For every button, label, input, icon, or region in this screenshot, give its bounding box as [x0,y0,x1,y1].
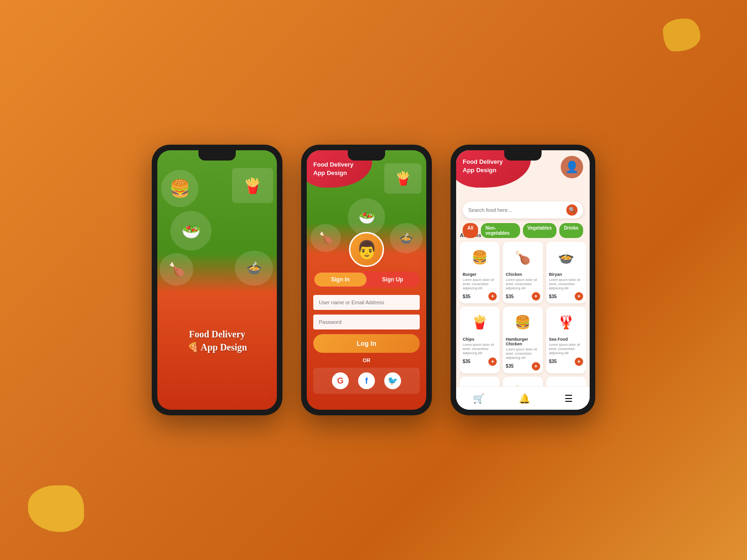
hamburger-price-row: $35 + [506,362,540,371]
signup-button[interactable]: Sign Up [366,273,419,287]
notch-menu [504,150,542,161]
login-biryani: 🍲 [390,223,423,253]
chips-price-row: $35 + [463,357,497,366]
chips-price: $35 [463,359,471,364]
food-card-hamburger: 🍔 Hamburger Chicken Lorem ipsum dolor si… [503,307,543,373]
splash-burger: 🍔 [161,170,198,207]
username-input[interactable] [313,295,420,310]
chips-name: Chips [463,337,497,342]
social-login-area: G f 🐦 [313,368,420,394]
splash-salad: 🥗 [170,211,211,251]
food-card-chicken2: 🍗 Chicken Lorem ipsum dolor sit amet, co… [503,377,543,386]
hamburger-add-button[interactable]: + [532,362,540,371]
login-screen: Food Delivery App Design 🍟 🥗 🍗 🍲 👨 Sign … [307,150,426,410]
seafood-price-row: $35 + [549,357,583,366]
tab-all[interactable]: All [463,223,478,238]
login-avatar: 👨 [349,232,384,267]
burger-add-button[interactable]: + [488,292,497,301]
tab-non-veg[interactable]: Non-vegetables [481,223,520,238]
biryan-add-button[interactable]: + [575,292,583,301]
food-card-chips: 🍟 Chips Lorem ipsum dolor sit amet, cons… [460,307,500,373]
signin-button[interactable]: Sign In [314,273,366,287]
food-card-seafood: 🦞 Sea Food Lorem ipsum dolor sit amet, c… [546,307,586,373]
facebook-login-button[interactable]: f [358,372,375,389]
bottom-navigation: 🛒 🔔 ☰ [456,386,590,410]
hamburger-desc: Lorem ipsum dolor sit amet, consectetur … [506,347,540,360]
biryan-name: Biryan [549,272,583,277]
twitter-login-button[interactable]: 🐦 [384,372,401,389]
notch [198,150,236,161]
hamburger-image: 🍔 [506,309,540,335]
burger-name: Burger [463,272,497,277]
login-button[interactable]: Log In [313,334,420,353]
login-fries: 🍟 [384,163,422,194]
chicken-name: Chicken [506,272,540,277]
splash-food-images: 🍔 🍟 🥗 🍗 🍲 [157,160,277,276]
hamburger-price: $35 [506,364,514,369]
chicken-price-row: $35 + [506,292,540,301]
login-salad: 🥗 [348,198,385,236]
burger-image: 🍔 [463,245,497,270]
seafood-add-button[interactable]: + [575,357,583,366]
nav-cart-icon[interactable]: 🛒 [473,393,485,404]
fish-image: 🐟 [549,379,583,386]
food-card-samosa: 🥟 Samosa Lorem ipsum dolor sit amet, con… [460,377,500,386]
category-tabs: All Non-vegetables Vegetables Drinks [463,223,583,238]
decorative-blob-left [28,485,84,532]
chips-add-button[interactable]: + [488,357,497,366]
menu-user-avatar[interactable]: 👤 [561,156,583,178]
search-icon-button[interactable]: 🔍 [566,204,578,216]
tab-drinks[interactable]: Drinks [559,223,583,238]
login-app-title: Food Delivery App Design [313,161,353,177]
food-card-chicken: 🍗 Chicken Lorem ipsum dolor sit amet, co… [503,242,543,303]
decorative-blob-right [663,19,700,51]
phone-menu: Food Delivery App Design 👤 🔍 All Non-veg… [451,145,595,415]
password-input[interactable] [313,315,420,329]
auth-toggle[interactable]: Sign In Sign Up [313,272,420,287]
splash-chicken: 🍗 [160,253,193,286]
or-divider: OR [313,357,420,363]
splash-title-line2: 🍕 App Design [157,341,277,354]
phone-splash: 🍔 🍟 🥗 🍗 🍲 Food Delivery 🍕 App Design [152,145,282,415]
food-card-fish: 🐟 Fish Lorem ipsum dolor sit amet, conse… [546,377,586,386]
hamburger-name: Hamburger Chicken [506,337,540,346]
login-chicken: 🍗 [310,224,341,252]
chicken-add-button[interactable]: + [532,292,540,301]
biryan-price-row: $35 + [549,292,583,301]
biryan-price: $35 [549,294,557,299]
splash-title-line1: Food Delivery [157,328,277,341]
burger-price: $35 [463,294,471,299]
chips-image: 🍟 [463,309,497,335]
login-form: Sign In Sign Up Log In OR G f 🐦 [307,272,426,410]
splash-fries: 🍟 [232,168,273,203]
burger-price-row: $35 + [463,292,497,301]
food-card-burger: 🍔 Burger Lorem ipsum dolor sit amet, con… [460,242,500,303]
splash-biryani: 🍲 [235,251,273,286]
nav-menu-icon[interactable]: ☰ [564,393,573,404]
phone-login: Food Delivery App Design 🍟 🥗 🍗 🍲 👨 Sign … [301,145,432,415]
google-login-button[interactable]: G [332,372,349,389]
burger-desc: Lorem ipsum dolor sit amet, consectetur … [463,278,497,290]
splash-screen: 🍔 🍟 🥗 🍗 🍲 Food Delivery 🍕 App Design [157,150,277,410]
menu-search-area: 🔍 All Non-vegetables Vegetables Drinks [463,202,583,238]
food-card-biryan: 🍲 Biryan Lorem ipsum dolor sit amet, con… [546,242,586,303]
nav-bell-icon[interactable]: 🔔 [519,393,530,404]
menu-screen: Food Delivery App Design 👤 🔍 All Non-veg… [456,150,590,410]
search-bar[interactable]: 🔍 [463,202,583,218]
seafood-image: 🦞 [549,309,583,335]
biryan-image: 🍲 [549,245,583,270]
seafood-name: Sea Food [549,337,583,342]
chicken2-image: 🍗 [506,379,540,386]
chicken-price: $35 [506,294,514,299]
chicken-image: 🍗 [506,245,540,270]
notch-login [348,150,385,161]
search-input[interactable] [468,207,566,213]
chips-desc: Lorem ipsum dolor sit amet, consectetur … [463,343,497,355]
biryan-desc: Lorem ipsum dolor sit amet, consectetur … [549,278,583,290]
menu-app-title: Food Delivery App Design [463,158,503,175]
samosa-image: 🥟 [463,379,497,386]
menu-content: All Items ⇌ 🍔 Burger Lorem ipsum dolor s… [460,232,586,386]
tab-veg[interactable]: Vegetables [523,223,557,238]
seafood-desc: Lorem ipsum dolor sit amet, consectetur … [549,343,583,355]
splash-title: Food Delivery 🍕 App Design [157,328,277,354]
